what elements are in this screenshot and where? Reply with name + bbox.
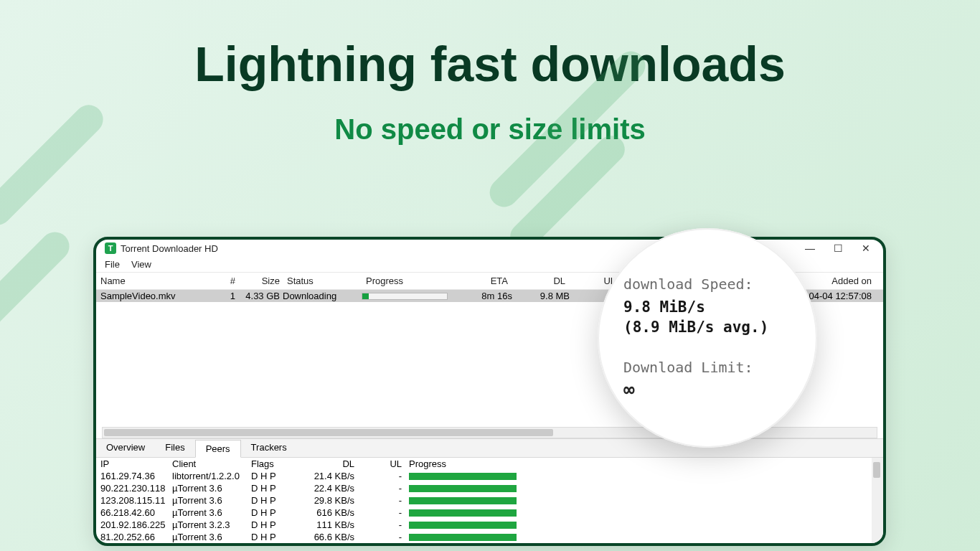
peer-flags: D H P bbox=[251, 532, 308, 542]
peer-dl: 29.8 KB/s bbox=[308, 495, 366, 506]
limit-value: ∞ bbox=[623, 379, 791, 400]
peers-header: IP Client Flags DL UL Progress bbox=[96, 458, 883, 470]
peer-col-ip[interactable]: IP bbox=[100, 458, 172, 469]
peer-ip: 161.29.74.36 bbox=[100, 471, 172, 481]
peer-row[interactable]: 66.218.42.60µTorrent 3.6D H P616 KB/s- bbox=[96, 507, 883, 519]
menu-file[interactable]: File bbox=[105, 259, 120, 270]
peer-ul: - bbox=[366, 483, 402, 494]
peer-client: µTorrent 3.6 bbox=[172, 483, 251, 494]
peer-client: libtorrent/1.2.2.0 bbox=[172, 471, 251, 481]
app-title: Torrent Downloader HD bbox=[121, 243, 218, 254]
peer-progress bbox=[402, 507, 545, 518]
limit-label: Download Limit: bbox=[623, 359, 791, 376]
col-size[interactable]: Size bbox=[240, 274, 283, 288]
peer-row[interactable]: 90.221.230.118µTorrent 3.6D H P22.4 KB/s… bbox=[96, 482, 883, 494]
peer-flags: D H P bbox=[251, 519, 308, 530]
peer-progress bbox=[402, 532, 545, 542]
close-button[interactable]: ✕ bbox=[862, 242, 870, 254]
peer-ul: - bbox=[366, 471, 402, 481]
peer-progress bbox=[402, 519, 545, 530]
peer-flags: D H P bbox=[251, 495, 308, 506]
peer-flags: D H P bbox=[251, 483, 308, 494]
peer-col-dl[interactable]: DL bbox=[308, 458, 366, 469]
peer-ul: - bbox=[366, 495, 402, 506]
hero-title: Lightning fast downloads bbox=[0, 36, 980, 92]
col-dl[interactable]: DL bbox=[512, 274, 570, 288]
menu-view[interactable]: View bbox=[131, 259, 151, 270]
peer-dl: 111 KB/s bbox=[308, 519, 366, 530]
peer-ip: 201.92.186.225 bbox=[100, 519, 172, 530]
peer-client: µTorrent 3.6 bbox=[172, 507, 251, 518]
tab-peers[interactable]: Peers bbox=[195, 440, 241, 458]
peer-row[interactable]: 123.208.115.11µTorrent 3.6D H P29.8 KB/s… bbox=[96, 494, 883, 507]
peer-ul: - bbox=[366, 507, 402, 518]
tab-overview[interactable]: Overview bbox=[96, 439, 155, 457]
torrent-size: 4.33 GB bbox=[240, 291, 283, 301]
torrent-eta: 8m 16s bbox=[462, 291, 512, 301]
peer-col-flags[interactable]: Flags bbox=[251, 458, 308, 469]
torrent-name: SampleVideo.mkv bbox=[96, 291, 218, 301]
magnifier-callout: download Speed: 9.8 MiB/s (8.9 MiB/s avg… bbox=[598, 228, 817, 448]
peers-panel: IP Client Flags DL UL Progress 161.29.74… bbox=[96, 458, 883, 543]
torrent-progress bbox=[362, 291, 462, 301]
col-eta[interactable]: ETA bbox=[462, 274, 512, 288]
col-num[interactable]: # bbox=[218, 274, 240, 288]
peer-client: µTorrent 3.6 bbox=[172, 495, 251, 506]
decor-stripe bbox=[0, 226, 75, 348]
col-name[interactable]: Name bbox=[96, 274, 218, 288]
peer-row[interactable]: 201.92.186.225µTorrent 3.2.3D H P111 KB/… bbox=[96, 519, 883, 531]
peer-col-ul[interactable]: UL bbox=[366, 458, 402, 469]
peer-ip: 123.208.115.11 bbox=[100, 495, 172, 506]
peer-progress bbox=[402, 471, 545, 481]
torrent-added: -04-04 12:57:08 bbox=[806, 291, 883, 301]
speed-label: download Speed: bbox=[623, 276, 791, 293]
peer-row[interactable]: 81.20.252.66µTorrent 3.6D H P66.6 KB/s- bbox=[96, 531, 883, 543]
speed-value: 9.8 MiB/s (8.9 MiB/s avg.) bbox=[623, 297, 791, 338]
torrent-num: 1 bbox=[218, 291, 240, 301]
peer-dl: 21.4 KB/s bbox=[308, 471, 366, 481]
peer-col-progress[interactable]: Progress bbox=[402, 458, 545, 469]
peer-ul: - bbox=[366, 532, 402, 542]
maximize-button[interactable]: ☐ bbox=[834, 242, 843, 254]
peer-ul: - bbox=[366, 519, 402, 530]
peer-row[interactable]: 161.29.74.36libtorrent/1.2.2.0D H P21.4 … bbox=[96, 470, 883, 482]
vertical-scrollbar[interactable] bbox=[872, 458, 883, 543]
tab-files[interactable]: Files bbox=[155, 439, 194, 457]
peer-dl: 66.6 KB/s bbox=[308, 532, 366, 542]
col-progress[interactable]: Progress bbox=[362, 274, 462, 288]
torrent-dl: 9.8 MB bbox=[512, 291, 570, 301]
minimize-button[interactable]: — bbox=[805, 242, 815, 254]
col-status[interactable]: Status bbox=[283, 274, 362, 288]
peer-ip: 66.218.42.60 bbox=[100, 507, 172, 518]
detail-tabs: Overview Files Peers Trackers bbox=[96, 438, 883, 458]
peer-dl: 616 KB/s bbox=[308, 507, 366, 518]
torrent-status: Downloading bbox=[283, 291, 362, 301]
peer-flags: D H P bbox=[251, 471, 308, 481]
peer-flags: D H P bbox=[251, 507, 308, 518]
peer-progress bbox=[402, 483, 545, 494]
hero-subtitle: No speed or size limits bbox=[0, 113, 980, 146]
peer-ip: 81.20.252.66 bbox=[100, 532, 172, 542]
tab-trackers[interactable]: Trackers bbox=[241, 439, 297, 457]
peer-col-client[interactable]: Client bbox=[172, 458, 251, 469]
app-icon: T bbox=[105, 242, 116, 254]
peer-dl: 22.4 KB/s bbox=[308, 483, 366, 494]
peer-client: µTorrent 3.6 bbox=[172, 532, 251, 542]
peer-progress bbox=[402, 495, 545, 506]
peer-ip: 90.221.230.118 bbox=[100, 483, 172, 494]
peer-client: µTorrent 3.2.3 bbox=[172, 519, 251, 530]
